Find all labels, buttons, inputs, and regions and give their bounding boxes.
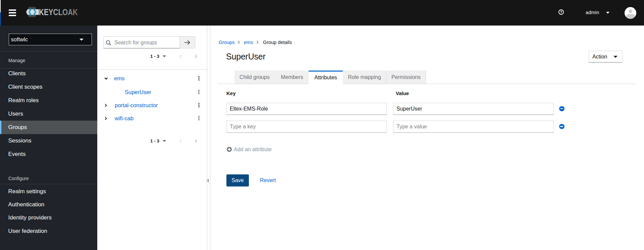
svg-text:KEYCLOAK: KEYCLOAK [39, 7, 78, 17]
